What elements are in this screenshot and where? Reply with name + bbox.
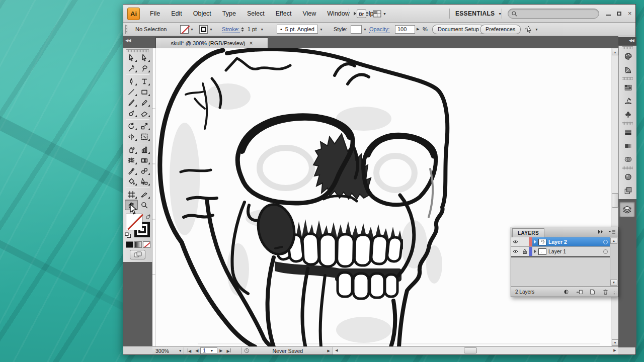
artboard-number-dropdown[interactable]: 1 ▼: [200, 347, 217, 354]
default-fill-stroke-button[interactable]: [125, 231, 131, 240]
horizontal-scrollbar[interactable]: ◀ ▶: [333, 347, 618, 354]
scale-tool[interactable]: [138, 121, 151, 131]
fill-swatch[interactable]: [126, 214, 142, 230]
app-logo-icon[interactable]: Ai: [127, 8, 140, 20]
stroke-color-swatch[interactable]: [180, 25, 189, 34]
brush-definition-dropdown[interactable]: • 5 pt. Angled: [277, 25, 318, 34]
menu-view[interactable]: View: [297, 5, 321, 23]
delete-layer-button[interactable]: [602, 289, 609, 295]
document-setup-button[interactable]: Document Setup: [432, 25, 485, 34]
layer-row-main[interactable]: Layer 2: [532, 237, 611, 246]
dock-grip[interactable]: [622, 77, 633, 80]
maximize-button[interactable]: [615, 10, 623, 17]
free-transform-tool[interactable]: [138, 131, 151, 142]
variable-width-swatch[interactable]: [199, 25, 208, 34]
dock-panel-stroke[interactable]: [619, 125, 637, 139]
style-dropdown[interactable]: [351, 25, 362, 34]
scroll-left-button[interactable]: ◀: [333, 347, 340, 354]
line-tool[interactable]: [125, 86, 138, 97]
mesh-tool[interactable]: [125, 155, 138, 165]
menu-effect[interactable]: Effect: [270, 5, 297, 23]
preferences-button[interactable]: Preferences: [480, 25, 521, 34]
symbol-sprayer-tool[interactable]: [125, 144, 138, 155]
chevron-right-icon[interactable]: ▶: [415, 27, 421, 31]
color-mode-button[interactable]: [126, 241, 133, 248]
panel-menu-icon[interactable]: [608, 229, 616, 234]
search-input[interactable]: [508, 9, 599, 19]
width-tool[interactable]: [125, 131, 138, 142]
magic-wand-tool[interactable]: [125, 63, 138, 73]
layers-scroll-down[interactable]: ▼: [610, 280, 617, 286]
menu-select[interactable]: Select: [242, 5, 270, 23]
workspace-switcher[interactable]: ESSENTIALS ▼: [455, 8, 502, 20]
stroke-weight-value[interactable]: 1 pt: [246, 25, 259, 34]
stroke-weight-stepper[interactable]: [241, 27, 244, 32]
visibility-toggle[interactable]: [511, 237, 520, 246]
last-artboard-button[interactable]: ▶: [224, 348, 232, 353]
chevron-down-icon[interactable]: ▼: [208, 28, 214, 31]
pen-tool[interactable]: [125, 76, 138, 86]
dock-panel-color-guide[interactable]: [619, 63, 637, 76]
menu-object[interactable]: Object: [188, 5, 217, 23]
vertical-scroll-thumb[interactable]: [612, 193, 618, 208]
menu-file[interactable]: File: [144, 5, 166, 23]
dock-panel-gradient[interactable]: [619, 139, 637, 152]
status-menu-icon[interactable]: ▶: [326, 349, 332, 353]
dock-grip[interactable]: [622, 46, 633, 49]
drawing-modes-button[interactable]: [130, 250, 145, 259]
select-similar-button[interactable]: ▼: [525, 23, 540, 36]
panel-grip[interactable]: [125, 25, 127, 34]
dock-panel-brushes[interactable]: [619, 94, 637, 108]
direct-selection-tool[interactable]: [138, 52, 151, 63]
rectangle-tool[interactable]: [138, 86, 151, 97]
chevron-down-icon[interactable]: ▼: [259, 28, 265, 31]
swap-fill-stroke-button[interactable]: [145, 213, 151, 222]
collapse-left-icon[interactable]: ◀◀: [125, 38, 130, 43]
disclosure-triangle-icon[interactable]: [534, 240, 536, 244]
horizontal-scroll-thumb[interactable]: [464, 347, 477, 353]
arrange-documents-button[interactable]: ▼: [373, 9, 386, 19]
layers-scroll-up[interactable]: ▲: [610, 238, 617, 244]
pencil-tool[interactable]: [138, 97, 151, 108]
dock-grip[interactable]: [622, 166, 633, 169]
new-sublayer-button[interactable]: [576, 289, 583, 295]
dock-panel-layers[interactable]: [619, 202, 635, 217]
layer-row-main[interactable]: Layer 1: [532, 247, 611, 256]
make-clipping-mask-button[interactable]: [563, 289, 570, 295]
panel-collapse-icon[interactable]: [598, 229, 604, 234]
dock-panel-swatches[interactable]: [619, 80, 637, 94]
layer-name[interactable]: Layer 1: [548, 248, 601, 254]
disclosure-triangle-icon[interactable]: [534, 249, 536, 253]
layers-panel-tab[interactable]: LAYERS: [512, 228, 544, 237]
dock-panel-graphic-styles[interactable]: [619, 184, 637, 197]
layer-row[interactable]: Layer 1: [511, 247, 611, 256]
eraser-tool[interactable]: [138, 108, 151, 118]
scroll-down-button[interactable]: ▼: [612, 339, 618, 346]
blob-brush-tool[interactable]: [125, 108, 138, 118]
live-paint-bucket-tool[interactable]: [125, 176, 138, 187]
tools-grip[interactable]: [126, 49, 149, 52]
chevron-down-icon[interactable]: ▼: [533, 28, 540, 31]
paintbrush-tool[interactable]: [125, 97, 138, 108]
layer-thumbnail[interactable]: [538, 239, 546, 245]
type-tool[interactable]: [138, 76, 151, 86]
document-tab[interactable]: skull* @ 300% (RGB/Preview) ×: [155, 37, 268, 48]
layer-thumbnail[interactable]: [538, 248, 546, 255]
menu-edit[interactable]: Edit: [166, 5, 188, 23]
lasso-tool[interactable]: [138, 63, 151, 73]
lock-toggle[interactable]: [520, 237, 529, 246]
menu-type[interactable]: Type: [217, 5, 242, 23]
chevron-down-icon[interactable]: ▼: [318, 28, 325, 31]
gradient-mode-button[interactable]: [134, 241, 142, 248]
artboard-canvas[interactable]: [152, 48, 611, 346]
visibility-toggle[interactable]: [511, 247, 520, 256]
scroll-right-button[interactable]: ▶: [611, 347, 618, 354]
chevron-down-icon[interactable]: ▼: [189, 28, 195, 31]
dock-grip[interactable]: [622, 122, 633, 125]
rotate-tool[interactable]: [125, 121, 138, 131]
next-artboard-button[interactable]: ▶: [217, 348, 224, 353]
close-button[interactable]: ×: [625, 10, 634, 17]
opacity-link[interactable]: Opacity:: [369, 26, 389, 33]
target-circle-icon[interactable]: [603, 249, 608, 254]
dock-panel-symbols[interactable]: [619, 108, 637, 121]
